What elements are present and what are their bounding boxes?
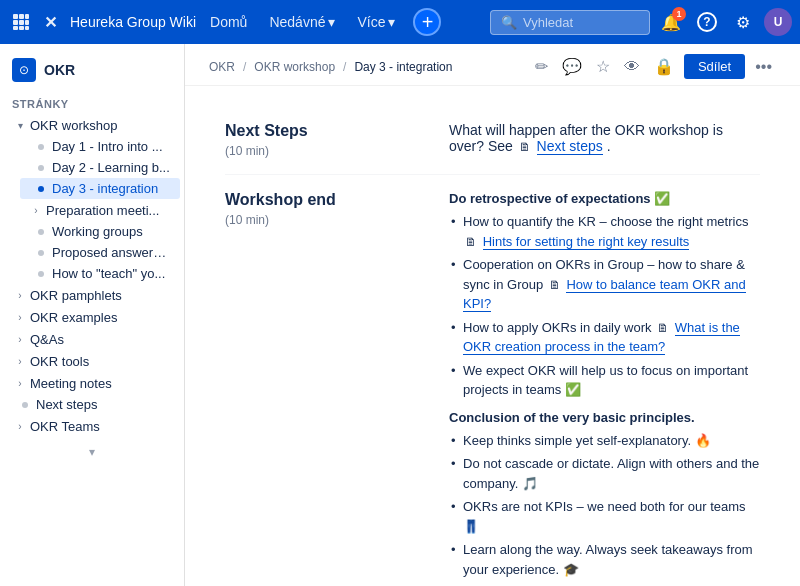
list-item: Do not cascade or dictate. Align with ot… (449, 454, 760, 493)
create-button[interactable]: + (413, 8, 441, 36)
chevron-right-icon: › (12, 418, 28, 434)
breadcrumb-sep-1: / (243, 60, 246, 74)
list-item: How to apply OKRs in daily work 🗎 What i… (449, 318, 760, 357)
breadcrumb-okr[interactable]: OKR (209, 60, 235, 74)
tree-group-okr-workshop: Day 1 - Intro into ... Day 2 - Learning … (0, 136, 184, 284)
tree-label: Preparation meeti... (46, 203, 172, 218)
tree-item-okr-tools[interactable]: › OKR tools (4, 350, 180, 372)
site-title: Heureka Group Wiki (70, 14, 196, 30)
svg-rect-4 (19, 20, 24, 25)
tree-item-day3[interactable]: Day 3 - integration (20, 178, 180, 199)
star-icon[interactable]: ☆ (592, 55, 614, 78)
apps-icon[interactable] (8, 9, 34, 35)
chevron-right-icon: › (12, 331, 28, 347)
tree-bullet-active (38, 186, 44, 192)
tree-label: OKR pamphlets (30, 288, 172, 303)
tree-label: Day 2 - Learning b... (52, 160, 172, 175)
breadcrumb-actions: ✏ 💬 ☆ 👁 🔒 Sdílet ••• (531, 54, 776, 79)
conclusion-title: Conclusion of the very basic principles. (449, 410, 760, 425)
more-icon[interactable]: ••• (751, 56, 776, 78)
page-icon: 🗎 (657, 321, 669, 335)
tree-label: OKR tools (30, 354, 172, 369)
tree-bullet (38, 229, 44, 235)
tree-item-preparation[interactable]: › Preparation meeti... (20, 199, 180, 221)
tree-item-okr-teams[interactable]: › OKR Teams (4, 415, 180, 437)
tree-label: Meeting notes (30, 376, 172, 391)
nav-more[interactable]: Více ▾ (349, 10, 403, 34)
user-avatar[interactable]: U (764, 8, 792, 36)
help-icon: ? (697, 12, 717, 32)
tree-label: How to "teach" yo... (52, 266, 172, 281)
restrictions-icon[interactable]: 🔒 (650, 55, 678, 78)
tree-item-working-groups[interactable]: Working groups (20, 221, 180, 242)
breadcrumb-current: Day 3 - integration (354, 60, 452, 74)
tree-item-okr-pamphlets[interactable]: › OKR pamphlets (4, 284, 180, 306)
chevron-right-icon: › (28, 202, 44, 218)
confluence-logo[interactable]: ✕ (40, 9, 60, 36)
retrospective-list: How to quantify the KR – choose the righ… (449, 212, 760, 400)
nav-home[interactable]: Domů (202, 10, 255, 34)
tree-label: Proposed answers ... (52, 245, 172, 260)
page-icon: 🗎 (519, 140, 531, 154)
tree-item-okr-workshop[interactable]: ▾ OKR workshop (4, 114, 180, 136)
section-left-workshop-end: Workshop end (10 min) (225, 175, 425, 586)
tree-label: Q&As (30, 332, 172, 347)
search-box[interactable]: 🔍 Vyhledat (490, 10, 650, 35)
share-button[interactable]: Sdílet (684, 54, 745, 79)
retrospective-title: Do retrospective of expectations ✅ (449, 191, 760, 206)
watch-icon[interactable]: 👁 (620, 56, 644, 78)
list-item: Learn along the way. Always seek takeawa… (449, 540, 760, 579)
tree-bullet (38, 144, 44, 150)
search-icon: 🔍 (501, 15, 517, 30)
help-button[interactable]: ? (692, 7, 722, 37)
content-area: Next Steps (10 min) What will happen aft… (185, 86, 800, 586)
tree-item-day1[interactable]: Day 1 - Intro into ... (20, 136, 180, 157)
content-table: Next Steps (10 min) What will happen aft… (225, 106, 760, 586)
section-time-workshop-end: (10 min) (225, 213, 409, 227)
okr-process-link[interactable]: What is the OKR creation process in the … (463, 320, 740, 356)
comment-icon[interactable]: 💬 (558, 55, 586, 78)
sidebar-space-title: OKR (44, 62, 75, 78)
next-steps-intro: What will happen after the OKR workshop … (449, 122, 760, 154)
sidebar-panel: ⊙ OKR STRÁNKY ▾ OKR workshop Day 1 - Int… (0, 44, 185, 586)
hints-link[interactable]: Hints for setting the right key results (483, 234, 690, 250)
gear-icon: ⚙ (736, 13, 750, 32)
sidebar-scroll-indicator: ▾ (0, 437, 184, 467)
svg-rect-7 (19, 26, 24, 30)
tree-label: OKR Teams (30, 419, 172, 434)
sidebar-section-label: STRÁNKY (0, 88, 184, 114)
tree-bullet (38, 271, 44, 277)
nav-recent[interactable]: Nedávné ▾ (261, 10, 343, 34)
tree-label: Next steps (36, 397, 172, 412)
section-title-workshop-end: Workshop end (225, 191, 409, 209)
next-steps-link[interactable]: Next steps (537, 138, 603, 155)
tree-item-okr-examples[interactable]: › OKR examples (4, 306, 180, 328)
breadcrumb-sep-2: / (343, 60, 346, 74)
page-icon: 🗎 (465, 235, 477, 249)
page-icon: 🗎 (549, 278, 561, 292)
tree-item-proposed[interactable]: Proposed answers ... (20, 242, 180, 263)
tree-bullet (22, 402, 28, 408)
section-time-next-steps: (10 min) (225, 144, 409, 158)
chevron-down-icon: ▾ (12, 117, 28, 133)
sidebar-space-icon: ⊙ (12, 58, 36, 82)
tree-item-qas[interactable]: › Q&As (4, 328, 180, 350)
tree-item-how-to-teach[interactable]: How to "teach" yo... (20, 263, 180, 284)
breadcrumb-workshop[interactable]: OKR workshop (254, 60, 335, 74)
tree-item-next-steps[interactable]: Next steps (4, 394, 180, 415)
list-item: Keep thinks simple yet self-explanatory.… (449, 431, 760, 451)
breadcrumb-bar: OKR / OKR workshop / Day 3 - integration… (185, 44, 800, 86)
chevron-right-icon: › (12, 287, 28, 303)
section-left-next-steps: Next Steps (10 min) (225, 106, 425, 175)
svg-rect-5 (25, 20, 29, 25)
settings-button[interactable]: ⚙ (728, 7, 758, 37)
list-item: How to quantify the KR – choose the righ… (449, 212, 760, 251)
notifications-button[interactable]: 🔔 1 (656, 7, 686, 37)
chevron-right-icon: › (12, 309, 28, 325)
tree-item-meeting-notes[interactable]: › Meeting notes (4, 372, 180, 394)
edit-icon[interactable]: ✏ (531, 55, 552, 78)
balance-link[interactable]: How to balance team OKR and KPI? (463, 277, 746, 313)
tree-label: Day 3 - integration (52, 181, 172, 196)
svg-rect-2 (25, 14, 29, 19)
tree-item-day2[interactable]: Day 2 - Learning b... (20, 157, 180, 178)
